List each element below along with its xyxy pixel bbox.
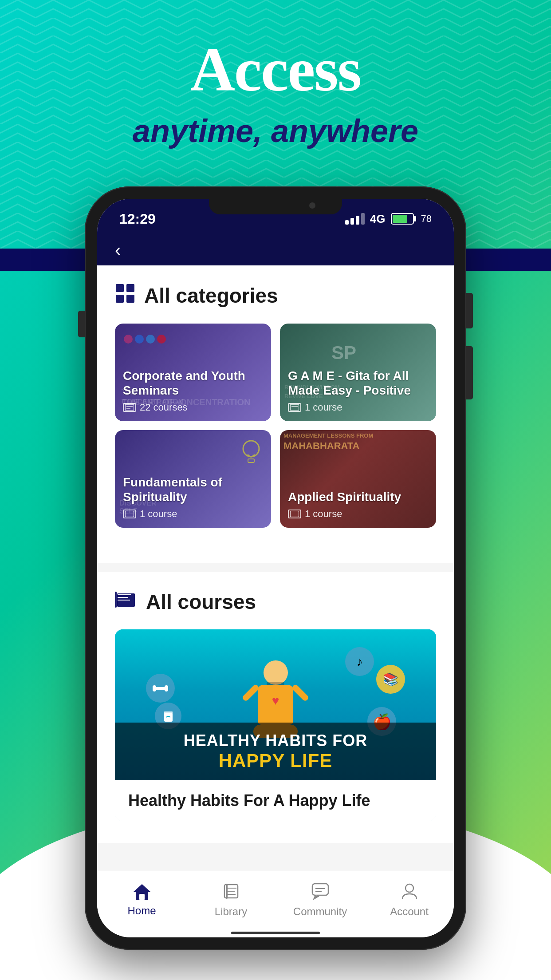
count-icon xyxy=(123,403,136,412)
svg-rect-31 xyxy=(153,685,156,692)
courses-header: All courses xyxy=(115,590,436,614)
notch xyxy=(209,199,342,214)
courses-section: All courses ♪ xyxy=(97,572,454,830)
svg-rect-33 xyxy=(164,713,173,722)
svg-point-7 xyxy=(124,335,133,344)
notch-camera xyxy=(309,202,315,209)
category-title-applied: Applied Spirituality xyxy=(288,490,428,505)
categories-header: All categories xyxy=(115,283,436,308)
svg-point-10 xyxy=(157,335,166,344)
categories-section: All categories THE ART OF CONCENTRATION xyxy=(97,265,454,563)
svg-point-9 xyxy=(146,335,155,344)
nav-item-library[interactable]: Library xyxy=(186,882,276,918)
svg-rect-36 xyxy=(139,894,145,900)
home-icon xyxy=(132,883,152,901)
count-icon-fundamentals xyxy=(123,510,136,518)
nav-label-home: Home xyxy=(127,905,156,917)
phone-side-button-right-top xyxy=(466,293,473,328)
count-icon-applied xyxy=(288,510,301,518)
signal-bar-1 xyxy=(345,220,349,225)
svg-rect-2 xyxy=(126,284,134,292)
card-content-game: G A M E - Gita for All Made Easy - Posit… xyxy=(280,362,436,421)
nav-item-community[interactable]: Community xyxy=(276,882,365,918)
library-icon xyxy=(222,882,240,902)
svg-point-45 xyxy=(405,884,413,892)
category-title-game: G A M E - Gita for All Made Easy - Posit… xyxy=(288,368,428,398)
category-card-corporate[interactable]: THE ART OF CONCENTRATION xyxy=(115,324,271,421)
svg-rect-34 xyxy=(164,711,173,714)
community-icon xyxy=(311,882,330,902)
category-count-applied: 1 course xyxy=(288,508,428,520)
svg-rect-28 xyxy=(118,597,128,598)
top-hero-section: Access anytime, anywhere xyxy=(0,0,551,176)
signal-bar-2 xyxy=(350,218,354,225)
category-count-fundamentals: 1 course xyxy=(123,508,263,520)
svg-rect-29 xyxy=(118,600,130,601)
categories-grid: THE ART OF CONCENTRATION xyxy=(115,324,436,528)
svg-rect-38 xyxy=(226,884,228,899)
phone-mockup: 12:29 4G 78 ‹ xyxy=(85,186,466,950)
course-info: Healthy Habits For A Happy Life xyxy=(115,780,436,821)
network-indicator: 4G xyxy=(370,212,386,226)
account-icon xyxy=(401,882,418,902)
signal-bar-3 xyxy=(356,216,359,225)
svg-text:SP: SP xyxy=(331,342,356,363)
svg-rect-20 xyxy=(248,459,254,462)
status-time: 12:29 xyxy=(119,211,156,227)
signal-icon xyxy=(345,213,365,225)
course-card-healthy-habits[interactable]: ♪ 📚 xyxy=(115,629,436,821)
hero-title: Access xyxy=(0,36,551,104)
svg-rect-23 xyxy=(125,511,134,517)
hero-subtitle: anytime, anywhere xyxy=(0,113,551,149)
card-content-corporate: Corporate and Youth Seminars 22 courses xyxy=(115,362,271,421)
meditation-person: ♥ xyxy=(244,660,307,731)
categories-title: All categories xyxy=(144,284,278,308)
svg-rect-27 xyxy=(118,594,131,595)
card-content-applied: Applied Spirituality 1 course xyxy=(280,483,436,528)
battery-text: 78 xyxy=(421,213,432,225)
back-button[interactable]: ‹ xyxy=(115,240,121,260)
bottom-navigation: Home Library xyxy=(97,871,454,929)
svg-rect-11 xyxy=(125,404,134,411)
nav-label-community: Community xyxy=(293,905,347,918)
phone-side-button-right-bottom xyxy=(466,346,473,399)
status-right-icons: 4G 78 xyxy=(345,212,432,226)
svg-rect-26 xyxy=(115,592,117,608)
svg-rect-24 xyxy=(290,511,299,517)
category-count-corporate: 22 courses xyxy=(123,402,263,413)
nav-item-home[interactable]: Home xyxy=(97,883,186,917)
category-card-fundamentals[interactable]: DISCOVER SELF Fundamentals of Spirituali… xyxy=(115,430,271,528)
course-image-healthy-habits: ♪ 📚 xyxy=(115,629,436,780)
courses-icon xyxy=(115,590,137,614)
svg-rect-4 xyxy=(126,295,134,303)
icon-dumbbell xyxy=(146,674,175,703)
phone-content[interactable]: All categories THE ART OF CONCENTRATION xyxy=(97,265,454,871)
course-title-overlay: HEALTHY HABITS FOR HAPPY LIFE xyxy=(115,723,436,780)
battery-icon xyxy=(391,213,414,225)
svg-point-8 xyxy=(135,335,144,344)
category-card-applied[interactable]: MANAGEMENT LESSONS FROM MAHABHARATA Appl… xyxy=(280,430,436,528)
nav-label-library: Library xyxy=(215,905,247,918)
card-content-fundamentals: Fundamentals of Spirituality 1 course xyxy=(115,468,271,528)
phone-side-button-left xyxy=(78,311,85,337)
category-title-corporate: Corporate and Youth Seminars xyxy=(123,368,263,398)
icon-books: 📚 xyxy=(376,665,405,694)
svg-rect-1 xyxy=(116,284,124,292)
svg-rect-17 xyxy=(290,404,299,411)
courses-title: All courses xyxy=(146,590,256,614)
nav-label-account: Account xyxy=(390,905,429,918)
home-indicator xyxy=(97,929,454,937)
svg-point-19 xyxy=(243,441,259,457)
category-title-fundamentals: Fundamentals of Spirituality xyxy=(123,475,263,505)
status-bar: 12:29 4G 78 xyxy=(97,199,454,234)
signal-bar-4 xyxy=(361,213,365,225)
icon-music: ♪ xyxy=(345,647,374,676)
category-card-game[interactable]: REKINDLE WISDOM, REVIVE LOVE SP G A M E … xyxy=(280,324,436,421)
count-icon-game xyxy=(288,403,301,412)
nav-item-account[interactable]: Account xyxy=(365,882,454,918)
home-indicator-bar xyxy=(231,932,320,934)
category-count-game: 1 course xyxy=(288,402,428,413)
svg-rect-32 xyxy=(165,685,168,692)
svg-rect-42 xyxy=(312,884,328,895)
categories-icon xyxy=(115,283,135,308)
